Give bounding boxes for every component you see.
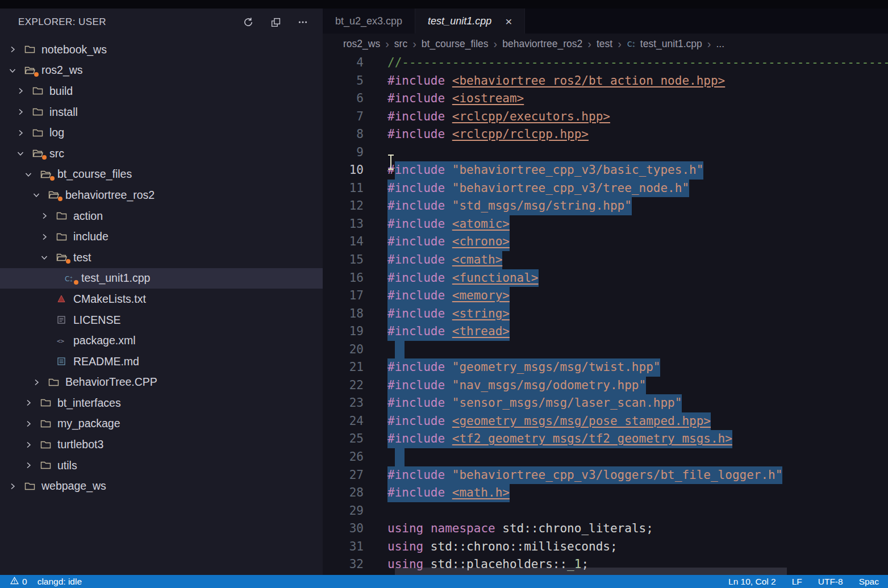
code-line-27[interactable]: 27#include "behaviortree_cpp_v3/loggers/… bbox=[323, 466, 888, 485]
line-number[interactable]: 17 bbox=[323, 287, 364, 305]
tab-bt_u2_ex3.cpp[interactable]: bt_u2_ex3.cpp bbox=[323, 9, 415, 34]
chevron-down-icon[interactable] bbox=[24, 170, 39, 179]
line-number[interactable]: 19 bbox=[323, 323, 364, 341]
breadcrumb-item-ros2_ws[interactable]: ros2_ws bbox=[343, 38, 380, 50]
line-number[interactable]: 11 bbox=[323, 180, 364, 198]
chevron-right-icon[interactable] bbox=[8, 45, 23, 54]
chevron-right-icon[interactable] bbox=[40, 211, 55, 220]
code-line-11[interactable]: 11#include "behaviortree_cpp_v3/tree_nod… bbox=[323, 180, 888, 198]
chevron-right-icon[interactable] bbox=[16, 86, 31, 95]
tree-item-README.md[interactable]: README.md bbox=[0, 351, 323, 372]
code-line-21[interactable]: 21#include "geometry_msgs/msg/twist.hpp" bbox=[323, 358, 888, 377]
chevron-down-icon[interactable] bbox=[40, 253, 55, 262]
tree-item-include[interactable]: include bbox=[0, 226, 323, 247]
code-line-9[interactable]: 9 bbox=[323, 144, 888, 162]
line-number[interactable]: 6 bbox=[323, 90, 364, 108]
split-icon[interactable] bbox=[269, 16, 282, 28]
tree-item-log[interactable]: log bbox=[0, 122, 323, 143]
line-number[interactable]: 4 bbox=[323, 54, 364, 72]
breadcrumb-item-test[interactable]: test bbox=[597, 38, 612, 50]
code-line-10[interactable]: 10#include "behaviortree_cpp_v3/basic_ty… bbox=[323, 161, 888, 180]
chevron-right-icon[interactable] bbox=[40, 232, 55, 241]
chevron-down-icon[interactable] bbox=[32, 190, 47, 199]
line-number[interactable]: 15 bbox=[323, 251, 364, 269]
tree-item-BehaviorTree.CPP[interactable]: BehaviorTree.CPP bbox=[0, 372, 323, 393]
code-line-6[interactable]: 6#include <iostream> bbox=[323, 90, 888, 108]
code-line-15[interactable]: 15#include <cmath> bbox=[323, 251, 888, 269]
tree-item-bt_interfaces[interactable]: bt_interfaces bbox=[0, 393, 323, 414]
chevron-right-icon[interactable] bbox=[16, 128, 31, 137]
code-line-17[interactable]: 17#include <memory> bbox=[323, 287, 888, 305]
tree-item-behaviortree_ros2[interactable]: behaviortree_ros2 bbox=[0, 185, 323, 206]
code-line-7[interactable]: 7#include <rclcpp/executors.hpp> bbox=[323, 108, 888, 126]
code-line-8[interactable]: 8#include <rclcpp/rclcpp.hpp> bbox=[323, 126, 888, 144]
tree-item-src[interactable]: src bbox=[0, 143, 323, 164]
tree-item-LICENSE[interactable]: LICENSE bbox=[0, 310, 323, 331]
tree-item-notebook_ws[interactable]: notebook_ws bbox=[0, 39, 323, 60]
tree-item-bt_course_files[interactable]: bt_course_files bbox=[0, 164, 323, 185]
code-line-29[interactable]: 29 bbox=[323, 502, 888, 520]
breadcrumb-item-behaviortree_ros2[interactable]: behaviortree_ros2 bbox=[502, 38, 582, 50]
status-clangd[interactable]: clangd: idle bbox=[32, 575, 87, 588]
code-line-30[interactable]: 30using namespace std::chrono_literals; bbox=[323, 520, 888, 538]
line-number[interactable]: 20 bbox=[323, 341, 364, 359]
line-number[interactable]: 28 bbox=[323, 484, 364, 502]
tree-item-webpage_ws[interactable]: webpage_ws bbox=[0, 476, 323, 497]
code-line-16[interactable]: 16#include <functional> bbox=[323, 269, 888, 287]
line-number[interactable]: 10 bbox=[323, 161, 364, 180]
breadcrumb-item-...[interactable]: ... bbox=[716, 38, 725, 50]
line-number[interactable]: 29 bbox=[323, 502, 364, 520]
code-line-4[interactable]: 4//-------------------------------------… bbox=[323, 54, 888, 72]
tree-item-package.xml[interactable]: <>package.xml bbox=[0, 330, 323, 351]
line-number[interactable]: 25 bbox=[323, 430, 364, 448]
line-number[interactable]: 9 bbox=[323, 144, 364, 162]
chevron-right-icon[interactable] bbox=[24, 419, 39, 428]
line-number[interactable]: 5 bbox=[323, 72, 364, 90]
breadcrumb-item-src[interactable]: src bbox=[394, 38, 407, 50]
chevron-down-icon[interactable] bbox=[16, 149, 31, 158]
status-eol[interactable]: LF bbox=[784, 575, 810, 588]
line-number[interactable]: 14 bbox=[323, 233, 364, 251]
chevron-right-icon[interactable] bbox=[24, 398, 39, 407]
tree-item-install[interactable]: install bbox=[0, 102, 323, 123]
code-line-19[interactable]: 19#include <thread> bbox=[323, 323, 888, 341]
horizontal-scrollbar[interactable] bbox=[395, 568, 787, 575]
tree-item-turtlebot3[interactable]: turtlebot3 bbox=[0, 434, 323, 455]
code-line-20[interactable]: 20 bbox=[323, 341, 888, 359]
code-line-23[interactable]: 23#include "sensor_msgs/msg/laser_scan.h… bbox=[323, 394, 888, 412]
line-number[interactable]: 24 bbox=[323, 412, 364, 431]
code-line-13[interactable]: 13#include <atomic> bbox=[323, 215, 888, 233]
status-cursor-position[interactable]: Ln 10, Col 2 bbox=[720, 575, 784, 588]
code-line-5[interactable]: 5#include <behaviortree_ros2/bt_action_n… bbox=[323, 72, 888, 90]
status-problems[interactable]: 0 bbox=[5, 575, 32, 588]
code-line-25[interactable]: 25#include <tf2_geometry_msgs/tf2_geomet… bbox=[323, 430, 888, 448]
line-number[interactable]: 22 bbox=[323, 377, 364, 395]
line-number[interactable]: 26 bbox=[323, 448, 364, 466]
tree-item-test[interactable]: test bbox=[0, 247, 323, 268]
chevron-right-icon[interactable] bbox=[16, 107, 31, 116]
line-number[interactable]: 8 bbox=[323, 126, 364, 144]
tab-test_unit1.cpp[interactable]: test_unit1.cpp× bbox=[415, 9, 525, 34]
chevron-right-icon[interactable] bbox=[24, 461, 39, 470]
breadcrumb-item-bt_course_files[interactable]: bt_course_files bbox=[422, 38, 489, 50]
code-line-31[interactable]: 31using std::chrono::milliseconds; bbox=[323, 538, 888, 556]
line-number[interactable]: 21 bbox=[323, 358, 364, 377]
line-number[interactable]: 27 bbox=[323, 466, 364, 485]
line-number[interactable]: 16 bbox=[323, 269, 364, 287]
line-number[interactable]: 7 bbox=[323, 108, 364, 126]
more-icon[interactable] bbox=[297, 16, 309, 28]
line-number[interactable]: 23 bbox=[323, 394, 364, 412]
tree-item-ros2_ws[interactable]: ros2_ws bbox=[0, 60, 323, 81]
chevron-right-icon[interactable] bbox=[24, 440, 39, 449]
code-line-24[interactable]: 24#include <geometry_msgs/msg/pose_stamp… bbox=[323, 412, 888, 431]
code-line-14[interactable]: 14#include <chrono> bbox=[323, 233, 888, 251]
line-number[interactable]: 18 bbox=[323, 305, 364, 323]
line-number[interactable]: 30 bbox=[323, 520, 364, 538]
line-number[interactable]: 31 bbox=[323, 538, 364, 556]
code-line-12[interactable]: 12#include "std_msgs/msg/string.hpp" bbox=[323, 197, 888, 215]
chevron-right-icon[interactable] bbox=[32, 378, 47, 387]
code-line-26[interactable]: 26 bbox=[323, 448, 888, 466]
line-number[interactable]: 13 bbox=[323, 215, 364, 233]
code-line-28[interactable]: 28#include <math.h> bbox=[323, 484, 888, 502]
code-editor[interactable]: 4//-------------------------------------… bbox=[323, 54, 888, 575]
